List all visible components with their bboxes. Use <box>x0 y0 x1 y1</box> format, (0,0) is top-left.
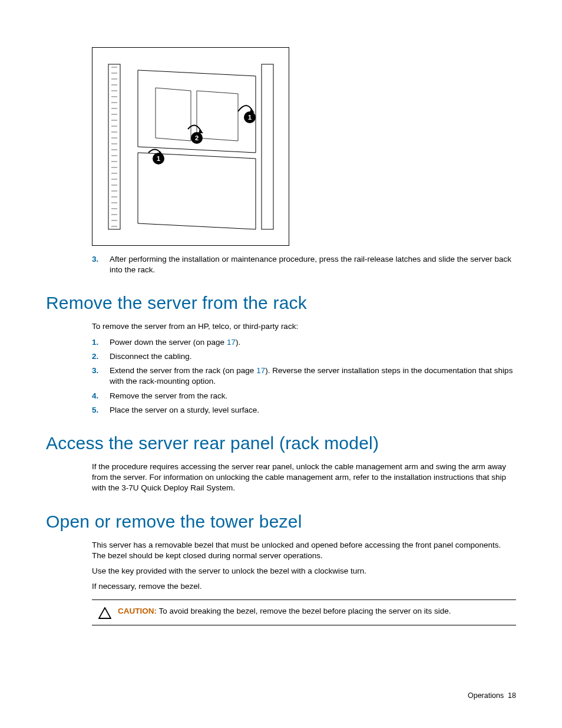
section1-step-1: 1.Power down the server (on page 17). <box>92 337 516 348</box>
caution-body: To avoid breaking the bezel, remove the … <box>157 607 451 615</box>
step-text: Remove the server from the rack. <box>110 391 516 401</box>
step-number: 5. <box>92 405 110 416</box>
top-step-3: 3. After performing the installation or … <box>92 254 516 275</box>
caution-box: CAUTION: To avoid breaking the bezel, re… <box>92 599 516 625</box>
page-link[interactable]: 17 <box>227 338 236 347</box>
heading-access-rear-panel: Access the server rear panel (rack model… <box>46 433 516 453</box>
step-text: Power down the server (on page 17). <box>110 337 516 348</box>
svg-marker-43 <box>99 608 111 618</box>
step-text: After performing the installation or mai… <box>110 254 516 275</box>
step-number: 4. <box>92 391 110 401</box>
svg-text:1: 1 <box>247 114 251 121</box>
step-text: Disconnect the cabling. <box>110 351 516 362</box>
section2-para: If the procedure requires accessing the … <box>92 462 516 494</box>
step-text: Extend the server from the rack (on page… <box>110 365 516 387</box>
page-link[interactable]: 17 <box>256 366 265 375</box>
section1-step-3: 3.Extend the server from the rack (on pa… <box>92 365 516 387</box>
heading-open-remove-bezel: Open or remove the tower bezel <box>46 512 516 532</box>
section3-p3: If necessary, remove the bezel. <box>92 581 516 592</box>
section3-p1: This server has a removable bezel that m… <box>92 540 516 561</box>
svg-rect-1 <box>262 64 273 229</box>
heading-remove-server: Remove the server from the rack <box>46 293 516 313</box>
footer-section: Operations <box>468 691 504 700</box>
caution-icon <box>92 606 118 619</box>
step-number: 2. <box>92 351 110 362</box>
step-number: 3. <box>92 254 110 265</box>
svg-marker-33 <box>138 153 256 229</box>
step-number: 3. <box>92 365 110 376</box>
svg-text:2: 2 <box>194 134 198 141</box>
step-number: 1. <box>92 337 110 348</box>
page-footer: Operations 18 <box>468 691 516 700</box>
server-rack-illustration: 1 2 1 <box>92 47 289 246</box>
footer-page: 18 <box>508 691 516 700</box>
section1-step-2: 2.Disconnect the cabling. <box>92 351 516 362</box>
section3-p2: Use the key provided with the server to … <box>92 566 516 577</box>
section1-step-4: 4.Remove the server from the rack. <box>92 391 516 401</box>
section1-step-5: 5.Place the server on a sturdy, level su… <box>92 405 516 416</box>
svg-rect-0 <box>108 64 120 229</box>
server-rack-svg: 1 2 1 <box>103 58 279 235</box>
caution-text: CAUTION: To avoid breaking the bezel, re… <box>118 606 516 617</box>
caution-label: CAUTION: <box>118 607 157 615</box>
svg-text:1: 1 <box>156 155 160 162</box>
step-text: Place the server on a sturdy, level surf… <box>110 405 516 416</box>
section1-intro: To remove the server from an HP, telco, … <box>92 321 516 332</box>
